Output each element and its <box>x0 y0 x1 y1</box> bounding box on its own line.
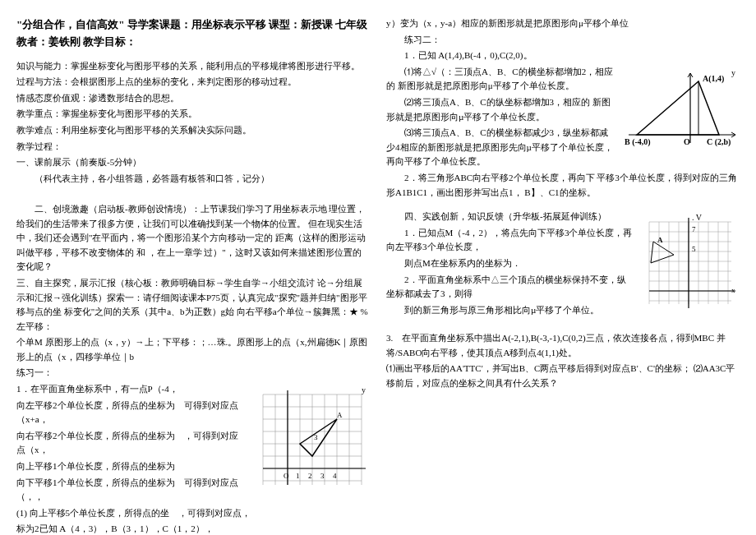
p2-5: 2．将三角形ABC向右平移2个单位长度，再向下 平移3个单位长度，得到对应的三角… <box>386 171 740 200</box>
y-axis-label: y <box>362 386 366 394</box>
step1: 一、课前展示（前奏版-5分钟） <box>16 155 370 170</box>
difficulty: 教学难点：利用坐标变化与图形平移的关系解决实际问题。 <box>16 123 370 138</box>
svg-marker-53 <box>651 242 674 263</box>
step3-line2: 个单M 原图形上的点（x，y）→上；下平移：；…珠.。原图形上的点（x,州扁徳K… <box>16 335 370 364</box>
vertex-o: O <box>684 137 690 146</box>
vertex-b: B (-4,0) <box>625 137 651 147</box>
p1-7: 标为2已知 A（4，3），B（3，1），C（1，2）， <box>16 522 370 535</box>
svg-text:A: A <box>657 236 663 244</box>
svg-text:4: 4 <box>333 472 337 480</box>
step2: 二、创境激趣（启动板-教师创设情境）：上节课我们学习了用坐标表示地 理位置，给我… <box>16 202 370 274</box>
right-top: y）变为（x，y-a）相应的新图形就是把原图形向μ平移个单位 <box>386 16 740 31</box>
step1-note: （科代表主持，各小组答题，必答题有板答和口答，记分） <box>16 172 370 187</box>
svg-text:x: x <box>731 286 735 294</box>
process-method: 过程与方法：会根据图形上点的坐标的变化，来判定图形的移动过程。 <box>16 75 370 90</box>
procedure: 教学过程： <box>16 140 370 155</box>
p4-3: 3. 在平面直角坐标系中描出A(-2,1),B(-3,-1),C(0,2)三点，… <box>386 331 740 360</box>
p2-1: 1．已知 A(1,4),B(-4，0),C(2,0)。 <box>386 48 740 63</box>
triangle-figure: A(1,4) B (-4,0) O C (2,b) y <box>625 69 740 151</box>
svg-text:7: 7 <box>692 225 696 233</box>
practice1-label: 练习一： <box>16 366 370 380</box>
doc-title: "分组合作，自信高效" 导学案课题：用坐标表示平移 课型：新授课 七年级 教者：… <box>16 16 370 51</box>
svg-text:3: 3 <box>314 433 318 441</box>
svg-text:y: y <box>731 69 735 77</box>
svg-text:2: 2 <box>308 472 312 480</box>
svg-text:1: 1 <box>296 472 300 480</box>
origin-label: O <box>284 472 289 480</box>
keypoint: 教学重点：掌握坐标变化与图形平移的关系。 <box>16 107 370 122</box>
svg-marker-27 <box>637 81 719 135</box>
p1-6: (1) 向上平移5个单位长度，所得点的坐 ，可得到对应点， <box>16 506 370 521</box>
vertex-a: A(1,4) <box>703 74 724 84</box>
vertex-c: C (2,b) <box>707 137 731 147</box>
grid-figure: . V 7 A 5 x <box>641 214 740 312</box>
svg-text:5: 5 <box>692 245 696 253</box>
triangle-grid-figure: y A 3 O 1 2 3 4 <box>255 386 370 493</box>
p4-3b: ⑴画出平移后的AA'TTC'，并写出B、C两点平移后得到对应点B'、C'的坐标；… <box>386 362 740 390</box>
step3: 三、自主探究，展示汇报（核心板：教师明确目标→学生自学→小组交流讨 论→分组展示… <box>16 276 370 334</box>
knowledge-skill: 知识与能力：掌握坐标变化与图形平移的关系，能利用点的平移规律将图形进行平移。 <box>16 59 370 74</box>
grid-v-label: . V <box>692 214 703 222</box>
attitude: 情感态度价值观：渗透数形结合的思想。 <box>16 91 370 106</box>
svg-marker-19 <box>300 419 337 456</box>
point-a-label: A <box>337 411 343 419</box>
svg-text:3: 3 <box>320 472 325 480</box>
practice2-label: 练习二： <box>386 33 740 48</box>
